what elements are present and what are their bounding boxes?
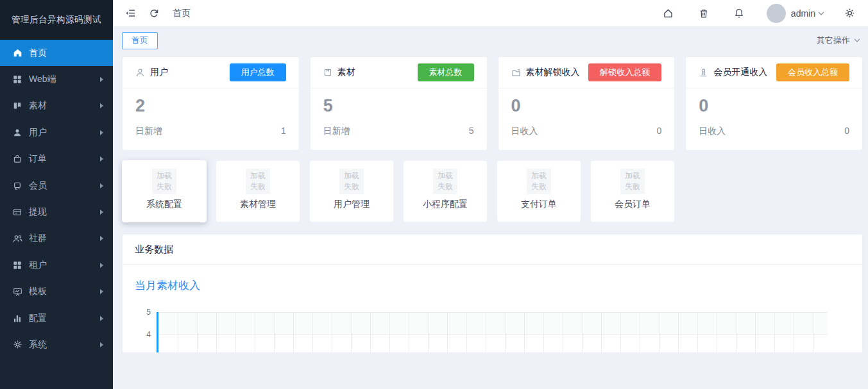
shortcut-caption: 素材管理: [216, 199, 300, 210]
sidebar-item-config[interactable]: 配置: [0, 305, 113, 331]
chevron-right-icon: [100, 156, 103, 161]
monthly-income-chart: 5 4: [157, 312, 827, 353]
user-icon: [12, 128, 22, 138]
sidebar-item-label: 租户: [29, 260, 47, 271]
bell-icon[interactable]: [731, 6, 747, 21]
main-area: 首页 admin: [113, 0, 868, 389]
stat-card-member-income: 会员开通收入 会员收入总额 0 日收入 0: [685, 56, 863, 151]
sidebar-menu: 首页 Web端 素材 用户: [0, 40, 113, 358]
settings-gear-icon[interactable]: [842, 6, 857, 21]
section-title: 业务数据: [123, 235, 862, 265]
sidebar-item-tenant[interactable]: 租户: [0, 252, 113, 278]
stat-value: 0: [511, 97, 662, 116]
menu-fold-icon[interactable]: [123, 6, 138, 21]
sidebar-item-label: 用户: [29, 127, 47, 138]
stats-row: 用户 用户总数 2 日新增 1: [122, 56, 863, 151]
sidebar-item-material[interactable]: 素材: [0, 93, 113, 119]
sidebar-item-label: 首页: [29, 47, 47, 59]
trash-icon[interactable]: [696, 6, 711, 21]
chart-bar-icon: [12, 313, 22, 324]
chevron-right-icon: [100, 263, 103, 268]
stat-sub-value: 5: [469, 126, 474, 137]
shortcut-pay-orders[interactable]: 加载 失败 支付订单: [497, 160, 581, 222]
stat-title: 素材解锁收入: [526, 67, 580, 78]
shortcut-miniprogram-config[interactable]: 加载 失败 小程序配置: [403, 160, 488, 222]
sidebar-item-user[interactable]: 用户: [0, 119, 113, 145]
image-load-failed-placeholder: 加载 失败: [620, 169, 645, 194]
stat-value: 0: [699, 97, 849, 116]
sidebar-item-label: 模板: [29, 286, 47, 297]
sidebar-item-member[interactable]: 会员: [0, 172, 113, 199]
sidebar-item-label: 订单: [29, 153, 47, 165]
user-avatar[interactable]: [767, 4, 786, 23]
stat-sub-label: 日收入: [511, 126, 538, 137]
gear-icon: [12, 340, 22, 350]
grid-icon: [12, 74, 22, 85]
stat-card-unlock-income: 素材解锁收入 解锁收入总额 0 日收入 0: [498, 56, 676, 151]
stat-sub-value: 1: [281, 126, 286, 137]
shortcut-caption: 小程序配置: [404, 199, 487, 210]
business-data-card: 业务数据 当月素材收入 5 4: [122, 234, 863, 353]
breadcrumb[interactable]: 首页: [173, 8, 191, 19]
stat-sub-label: 日新增: [323, 126, 350, 137]
shortcut-material-manage[interactable]: 加载 失败 素材管理: [216, 160, 300, 222]
sidebar-item-community[interactable]: 社群: [0, 226, 113, 252]
stat-title: 用户: [150, 67, 168, 78]
chevron-right-icon: [100, 289, 103, 294]
username[interactable]: admin: [791, 8, 815, 19]
stat-sub-value: 0: [656, 126, 661, 137]
sidebar-item-label: 社群: [29, 233, 47, 244]
sidebar-item-label: 会员: [29, 180, 47, 192]
sidebar-item-home[interactable]: 首页: [0, 40, 113, 66]
shortcut-user-manage[interactable]: 加载 失败 用户管理: [309, 160, 394, 222]
chevron-right-icon: [100, 342, 103, 347]
stat-badge[interactable]: 解锁收入总额: [588, 63, 661, 81]
tab-home[interactable]: 首页: [122, 32, 158, 49]
stat-badge[interactable]: 会员收入总额: [776, 63, 849, 81]
shortcut-member-orders[interactable]: 加载 失败 会员订单: [590, 160, 675, 222]
image-load-failed-placeholder: 加载 失败: [246, 169, 270, 194]
image-load-failed-placeholder: 加载 失败: [527, 169, 551, 194]
chevron-right-icon: [100, 210, 103, 215]
sidebar-item-label: 系统: [29, 339, 47, 351]
user-outline-icon: [135, 68, 145, 78]
image-load-failed-placeholder: 加载 失败: [339, 169, 364, 194]
stat-badge[interactable]: 用户总数: [230, 63, 286, 81]
app-title: 管理后台异构源码测试: [0, 0, 113, 40]
chevron-down-icon[interactable]: [818, 12, 824, 15]
shortcut-caption: 系统配置: [123, 199, 206, 210]
sidebar-item-system[interactable]: 系统: [0, 331, 113, 358]
chevron-right-icon: [100, 103, 103, 108]
refresh-icon[interactable]: [146, 6, 162, 21]
chevron-right-icon: [100, 183, 103, 188]
users-icon: [12, 233, 22, 244]
sidebar-item-template[interactable]: 模板: [0, 279, 113, 305]
chevron-right-icon: [100, 77, 103, 82]
stat-value: 5: [323, 97, 474, 116]
chevron-right-icon: [100, 236, 103, 241]
image-load-failed-placeholder: 加载 失败: [433, 169, 457, 194]
stat-value: 2: [135, 97, 286, 116]
home-icon[interactable]: [661, 6, 676, 21]
home-icon: [12, 48, 22, 58]
shortcut-row: 加载 失败 系统配置 加载 失败 素材管理 加载 失败: [122, 160, 863, 222]
collection-icon: [12, 101, 22, 111]
stat-title: 素材: [337, 67, 355, 78]
sidebar-item-label: Web端: [29, 74, 56, 85]
tab-bar: 首页 其它操作: [122, 26, 863, 54]
sidebar-item-web[interactable]: Web端: [0, 66, 113, 92]
more-actions-dropdown[interactable]: 其它操作: [817, 35, 863, 46]
navbar-actions: admin: [661, 4, 857, 23]
top-navbar: 首页 admin: [113, 0, 868, 26]
bookmark-icon: [323, 68, 332, 77]
y-axis-tick: 5: [123, 308, 151, 317]
shortcut-system-config[interactable]: 加载 失败 系统配置: [122, 160, 207, 222]
stat-badge[interactable]: 素材总数: [418, 63, 474, 81]
shortcut-caption: 用户管理: [310, 199, 393, 210]
chart-title: 当月素材收入: [135, 278, 862, 293]
sidebar-item-label: 配置: [29, 313, 47, 324]
chevron-right-icon: [100, 316, 103, 321]
sidebar-item-withdraw[interactable]: 提现: [0, 199, 113, 225]
card-icon: [12, 207, 22, 217]
sidebar-item-order[interactable]: 订单: [0, 146, 113, 172]
